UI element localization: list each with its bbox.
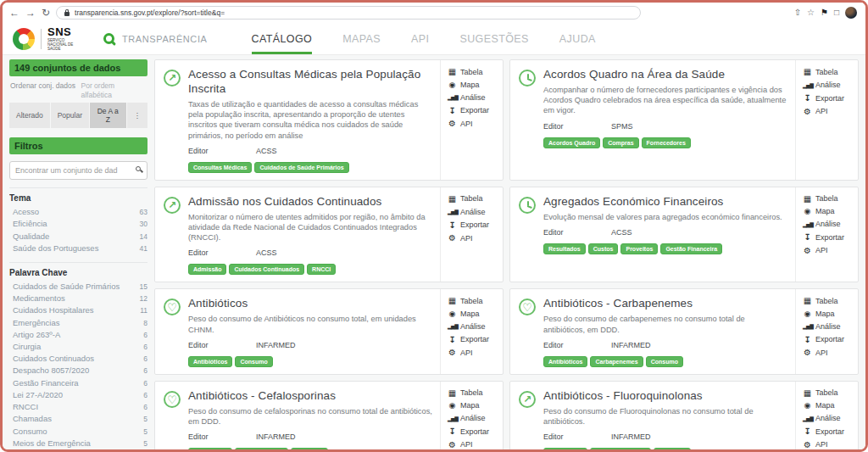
share-icon[interactable]: ⇧ bbox=[794, 8, 801, 18]
editor-value[interactable]: SPMS bbox=[611, 122, 633, 131]
action-link[interactable]: Mapa bbox=[448, 310, 501, 319]
action-link[interactable]: Análise bbox=[803, 321, 856, 332]
editor-value[interactable]: INFARMED bbox=[256, 432, 296, 441]
action-link[interactable]: Mapa bbox=[803, 207, 856, 216]
action-link[interactable]: Exportar bbox=[803, 93, 856, 103]
tag-badge[interactable]: Fornecedores bbox=[642, 137, 691, 148]
action-link[interactable]: Tabela bbox=[803, 194, 856, 204]
action-link[interactable]: Análise bbox=[803, 81, 856, 91]
action-link[interactable]: API bbox=[448, 233, 501, 243]
action-link[interactable]: API bbox=[803, 348, 856, 358]
tag-badge[interactable]: Carbapenemes bbox=[590, 356, 643, 367]
bookmark-star-icon[interactable]: ☆ bbox=[807, 8, 815, 18]
action-link[interactable]: API bbox=[448, 440, 501, 449]
tag-badge[interactable]: Admissão bbox=[188, 264, 226, 275]
facet-item[interactable]: Lei 27-A/2020 6 bbox=[9, 389, 147, 401]
nav-item[interactable]: AJUDA bbox=[559, 23, 596, 54]
action-link[interactable]: Exportar bbox=[803, 232, 856, 243]
tag-badge[interactable]: Consumo bbox=[235, 356, 272, 367]
action-link[interactable]: Exportar bbox=[448, 106, 501, 116]
action-link[interactable]: Exportar bbox=[448, 427, 501, 437]
facet-item[interactable]: RNCCI 6 bbox=[9, 401, 147, 413]
facet-item[interactable]: Artigo 263º-A 6 bbox=[9, 329, 147, 341]
app-name[interactable]: TRANSPARÊNCIA bbox=[122, 34, 208, 44]
action-link[interactable]: API bbox=[803, 107, 856, 117]
tag-badge[interactable]: Gestão Financeira bbox=[660, 243, 722, 254]
facet-item[interactable]: Chamadas 5 bbox=[9, 413, 147, 425]
tag-badge[interactable]: Custos bbox=[588, 243, 619, 254]
action-link[interactable]: API bbox=[448, 119, 501, 129]
action-link[interactable]: Exportar bbox=[448, 220, 501, 231]
tag-badge[interactable]: Antibióticos bbox=[188, 448, 232, 449]
tag-badge[interactable]: Antibióticos bbox=[543, 448, 587, 449]
tag-badge[interactable]: Compras bbox=[603, 137, 638, 148]
action-link[interactable]: API bbox=[803, 246, 856, 256]
action-link[interactable]: Análise bbox=[448, 321, 501, 332]
action-link[interactable]: Mapa bbox=[803, 401, 856, 410]
facet-item[interactable]: Despacho 8057/2020 6 bbox=[9, 365, 147, 377]
tag-badge[interactable]: Fluoroquinolonas bbox=[590, 448, 650, 449]
facet-item[interactable]: Cuidados Hospitalares 11 bbox=[9, 304, 147, 316]
tag-badge[interactable]: Consumo bbox=[291, 448, 328, 449]
facet-item[interactable]: Consumo 5 bbox=[9, 426, 147, 438]
action-link[interactable]: Mapa bbox=[803, 310, 856, 319]
dataset-title[interactable]: Acordos Quadro na Área da Saúde bbox=[543, 68, 788, 82]
facet-item[interactable]: Medicamentos 12 bbox=[9, 293, 147, 304]
editor-value[interactable]: ACSS bbox=[611, 228, 632, 237]
extension-icon[interactable]: □ bbox=[834, 8, 839, 18]
action-link[interactable]: Análise bbox=[448, 414, 501, 424]
action-link[interactable]: Exportar bbox=[448, 335, 501, 345]
back-icon[interactable]: ← bbox=[9, 8, 19, 18]
facet-item[interactable]: Emergências 8 bbox=[9, 317, 147, 329]
nav-item[interactable]: MAPAS bbox=[342, 23, 381, 54]
tag-badge[interactable]: Antibióticos bbox=[188, 356, 232, 367]
editor-value[interactable]: INFARMED bbox=[256, 341, 296, 349]
action-link[interactable]: API bbox=[448, 348, 501, 358]
facet-item[interactable]: Acesso 63 bbox=[9, 206, 147, 218]
search-logo-icon[interactable] bbox=[103, 33, 114, 44]
action-link[interactable]: Tabela bbox=[448, 67, 501, 77]
action-link[interactable]: Exportar bbox=[803, 335, 856, 345]
tag-badge[interactable]: RNCCI bbox=[307, 264, 336, 275]
facet-item[interactable]: Saúde dos Portugueses 41 bbox=[9, 243, 147, 254]
tag-badge[interactable]: Acordos Quadro bbox=[543, 137, 600, 148]
sort-button[interactable]: Popular bbox=[51, 103, 89, 128]
nav-item[interactable]: CATÁLOGO bbox=[252, 23, 313, 54]
action-link[interactable]: Mapa bbox=[448, 401, 501, 410]
action-link[interactable]: Tabela bbox=[448, 296, 501, 306]
action-link[interactable]: Análise bbox=[803, 414, 856, 424]
tag-badge[interactable]: Cuidados de Saúde Primários bbox=[254, 162, 348, 173]
editor-value[interactable]: INFARMED bbox=[611, 432, 651, 441]
profile-avatar[interactable] bbox=[845, 7, 857, 19]
editor-value[interactable]: ACSS bbox=[256, 147, 277, 155]
action-link[interactable]: Tabela bbox=[803, 388, 856, 399]
nav-item[interactable]: API bbox=[411, 23, 429, 54]
dataset-title[interactable]: Antibióticos bbox=[188, 297, 433, 311]
sort-button[interactable]: Alterado bbox=[9, 103, 50, 128]
action-link[interactable]: Tabela bbox=[448, 194, 501, 204]
sort-button[interactable]: De A a Z bbox=[90, 103, 126, 128]
facet-item[interactable]: Eficiência 30 bbox=[9, 218, 147, 230]
action-link[interactable]: Mapa bbox=[448, 81, 501, 90]
action-link[interactable]: Análise bbox=[803, 220, 856, 230]
dataset-title[interactable]: Antibióticos - Cefalosporinas bbox=[188, 389, 433, 404]
tag-badge[interactable]: Consumo bbox=[654, 448, 691, 449]
reload-icon[interactable]: ↻ bbox=[42, 8, 50, 18]
sns-brand[interactable]: SNS SERVIÇO NACIONAL DE SAÚDE bbox=[47, 27, 85, 51]
facet-item[interactable]: Meios de Emergência 5 bbox=[9, 438, 147, 449]
action-link[interactable]: Análise bbox=[448, 207, 501, 217]
dataset-title[interactable]: Antibióticos - Carbapenemes bbox=[543, 297, 788, 311]
tag-badge[interactable]: Antibióticos bbox=[543, 356, 587, 367]
action-link[interactable]: API bbox=[803, 440, 856, 449]
sns-logo-icon[interactable] bbox=[13, 28, 35, 50]
sort-button[interactable]: ⋮ bbox=[127, 103, 148, 128]
search-input[interactable] bbox=[9, 161, 147, 180]
tag-badge[interactable]: Resultados bbox=[543, 243, 586, 254]
facet-item[interactable]: Cuidados de Saúde Primários 15 bbox=[9, 281, 147, 293]
nav-item[interactable]: SUGESTÕES bbox=[459, 23, 528, 54]
editor-value[interactable]: INFARMED bbox=[611, 341, 651, 349]
action-link[interactable]: Tabela bbox=[803, 296, 856, 306]
tag-badge[interactable]: Cuidados Continuados bbox=[229, 264, 304, 275]
tag-badge[interactable]: Consultas Médicas bbox=[188, 162, 252, 173]
action-link[interactable]: Análise bbox=[448, 92, 501, 103]
